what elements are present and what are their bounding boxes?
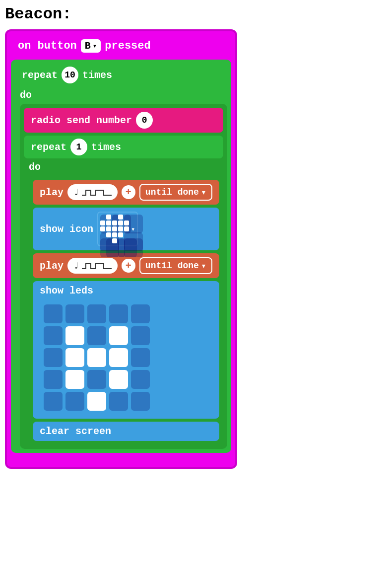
button-dropdown-arrow-icon: ▾ [93,42,97,50]
button-dropdown[interactable]: B ▾ [81,39,101,53]
inner-green-container: radio send number 0 repeat 1 times do pl… [20,104,227,449]
repeat-outer-label: repeat [22,70,58,81]
music-note-icon-1: ♩ [73,187,79,198]
led-1-2 [87,326,106,345]
led-2-1 [65,348,84,367]
play-block-1[interactable]: play ♩ + until done ▾ [33,180,219,205]
play-2-label: play [40,260,64,272]
led-0-0 [44,304,63,323]
led-1-4 [131,326,150,345]
radio-value-pill[interactable]: 0 [136,112,153,129]
repeat-outer-block[interactable]: repeat 10 times [15,64,227,86]
led-3-1 [65,370,84,389]
until-done-1-label: until done [145,187,199,197]
page-title: Beacon: [5,5,382,23]
melody-pill-1[interactable]: ♩ [67,184,118,200]
magenta-bottom-notch [21,455,36,461]
led-grid-small [100,215,129,243]
led-2-2 [87,348,106,367]
led-3-2 [87,370,106,389]
until-done-pill-1[interactable]: until done ▾ [139,184,212,201]
outer-magenta-container: on button B ▾ pressed repeat 10 times do… [5,29,237,469]
led-3-0 [44,370,63,389]
led-2-4 [131,348,150,367]
repeat-count-outer-value: 10 [64,70,75,80]
plus-icon-1: + [126,187,131,198]
do-label-inner: do [24,160,223,174]
repeat-inner-times: times [91,142,121,153]
show-leds-label: show leds [40,285,212,296]
led-2-0 [44,348,63,367]
led-2-3 [109,348,128,367]
radio-send-number-block[interactable]: radio send number 0 [24,108,223,133]
led-4-0 [44,392,63,411]
plus-circle-2[interactable]: + [122,259,135,273]
plus-icon-2: + [126,260,131,272]
led-4-4 [131,392,150,411]
clear-screen-block[interactable]: clear screen [33,422,219,441]
clear-screen-label: clear screen [40,426,111,437]
show-icon-dropdown-arrow: ▾ [131,225,135,233]
plus-circle-1[interactable]: + [122,185,135,199]
waveform-2 [82,260,112,272]
repeat-inner-block[interactable]: repeat 1 times [24,136,223,158]
on-button-prefix: on button [18,40,77,52]
led-4-3 [109,392,128,411]
innermost-green-container: play ♩ + until done ▾ [29,176,223,445]
led-4-2 [87,392,106,411]
led-0-2 [87,304,106,323]
show-icon-block[interactable]: show icon ▾ [33,208,219,250]
radio-label: radio send number [31,115,132,126]
until-done-1-arrow-icon: ▾ [201,187,206,198]
waveform-1 [82,186,112,198]
until-done-pill-2[interactable]: until done ▾ [139,257,212,274]
led-0-1 [65,304,84,323]
led-3-3 [109,370,128,389]
repeat-count-outer[interactable]: 10 [62,67,78,83]
melody-pill-2[interactable]: ♩ [67,258,118,274]
led-1-0 [44,326,63,345]
led-matrix [40,300,212,415]
on-button-pressed-block[interactable]: on button B ▾ pressed [11,35,231,57]
radio-value: 0 [142,115,147,125]
play-1-label: play [40,187,64,198]
led-0-4 [131,304,150,323]
do-label-outer: do [15,88,227,102]
led-1-3 [109,326,128,345]
repeat-outer-times: times [82,70,112,81]
show-icon-label: show icon [40,223,93,235]
button-value: B [85,40,91,52]
led-0-3 [109,304,128,323]
show-leds-block[interactable]: show leds [33,281,219,419]
repeat-count-inner[interactable]: 1 [70,139,87,155]
on-button-suffix: pressed [105,40,150,52]
music-note-icon-2: ♩ [73,260,79,271]
led-1-1 [65,326,84,345]
led-4-1 [65,392,84,411]
until-done-2-arrow-icon: ▾ [201,260,206,271]
outer-green-container: repeat 10 times do radio send number 0 r… [11,60,231,453]
led-3-4 [131,370,150,389]
repeat-count-inner-value: 1 [76,142,82,152]
repeat-inner-label: repeat [31,142,66,153]
icon-grid-pill[interactable]: ▾ [97,212,138,246]
until-done-2-label: until done [145,261,199,271]
